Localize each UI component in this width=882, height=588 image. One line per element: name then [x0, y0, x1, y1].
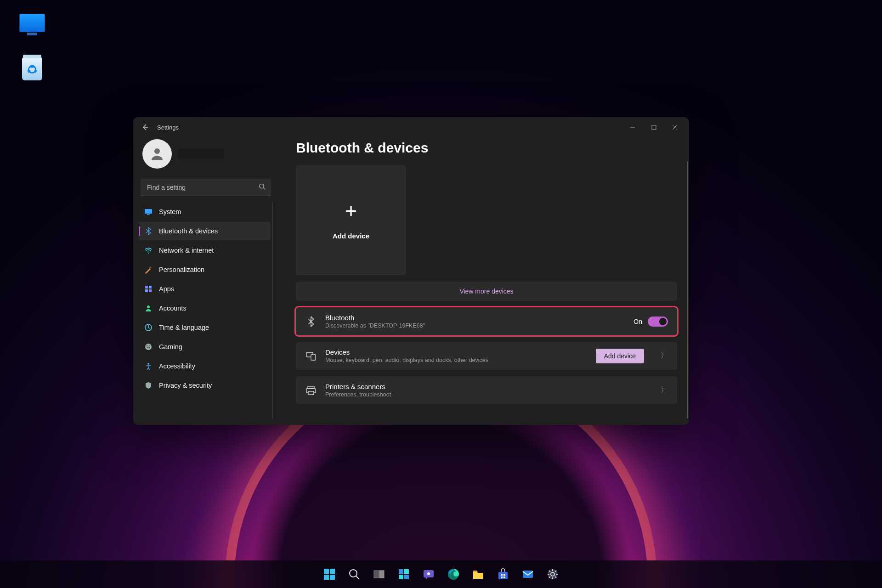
svg-rect-29	[404, 569, 409, 574]
add-device-label: Add device	[333, 232, 369, 240]
widgets-icon	[397, 568, 410, 581]
svg-rect-8	[145, 286, 148, 288]
nav-label: Time & language	[159, 324, 209, 331]
store-icon	[497, 568, 509, 581]
printers-subtitle: Preferences, troubleshoot	[325, 391, 391, 398]
svg-rect-9	[149, 286, 152, 288]
svg-point-15	[147, 363, 149, 365]
chevron-right-icon: 〉	[661, 351, 668, 361]
taskbar	[0, 560, 882, 588]
printers-row[interactable]: Printers & scanners Preferences, trouble…	[296, 376, 677, 404]
maximize-button[interactable]	[643, 119, 664, 136]
svg-rect-37	[503, 574, 505, 576]
devices-row[interactable]: Devices Mouse, keyboard, pen, audio, dis…	[296, 342, 677, 370]
page-heading: Bluetooth & devices	[296, 140, 677, 156]
bluetooth-subtitle: Discoverable as "DESKTOP-19FKE68"	[325, 322, 425, 329]
svg-rect-39	[503, 577, 505, 578]
nav-label: Network & internet	[159, 247, 214, 254]
clock-globe-icon	[144, 323, 153, 332]
folder-icon	[472, 568, 485, 581]
taskbar-widgets[interactable]	[393, 563, 415, 585]
svg-rect-40	[523, 571, 533, 578]
svg-rect-18	[308, 386, 314, 389]
scrollbar[interactable]	[687, 161, 688, 418]
display-icon	[144, 208, 153, 216]
svg-rect-31	[404, 575, 409, 579]
add-device-tile[interactable]: + Add device	[296, 165, 406, 275]
nav-label: System	[159, 208, 181, 215]
nav-accessibility[interactable]: Accessibility	[139, 357, 271, 375]
taskbar-task-view[interactable]	[368, 563, 390, 585]
nav-system[interactable]: System	[139, 203, 271, 221]
taskbar-file-explorer[interactable]	[467, 563, 489, 585]
settings-window: Settings	[133, 117, 689, 425]
search-input[interactable]	[141, 179, 271, 196]
taskbar-store[interactable]	[492, 563, 514, 585]
avatar	[142, 139, 172, 169]
nav-personalization[interactable]: Personalization	[139, 260, 271, 279]
devices-subtitle: Mouse, keyboard, pen, audio, displays an…	[325, 357, 488, 363]
nav-privacy-security[interactable]: Privacy & security	[139, 376, 271, 395]
taskbar-chat[interactable]	[418, 563, 440, 585]
desktop-icon-this-pc[interactable]	[16, 14, 48, 32]
back-button[interactable]	[137, 119, 153, 136]
nav-bluetooth-devices[interactable]: Bluetooth & devices	[139, 222, 271, 240]
svg-rect-36	[501, 574, 503, 576]
taskbar-mail[interactable]	[517, 563, 539, 585]
bluetooth-row[interactable]: Bluetooth Discoverable as "DESKTOP-19FKE…	[296, 307, 677, 335]
search-icon	[348, 568, 361, 581]
add-device-button[interactable]: Add device	[596, 349, 644, 363]
bluetooth-toggle[interactable]	[648, 317, 668, 327]
close-button[interactable]	[664, 119, 685, 136]
view-more-devices-button[interactable]: View more devices	[296, 282, 677, 301]
taskbar-search[interactable]	[343, 563, 365, 585]
nav-time-language[interactable]: Time & language	[139, 318, 271, 337]
window-title: Settings	[157, 124, 179, 131]
wifi-icon	[144, 246, 153, 254]
taskbar-edge[interactable]	[442, 563, 464, 585]
bluetooth-icon	[144, 227, 153, 235]
svg-rect-17	[311, 355, 316, 360]
bluetooth-title: Bluetooth	[325, 314, 425, 322]
main-content: Bluetooth & devices + Add device View mo…	[278, 137, 689, 425]
svg-rect-7	[149, 266, 152, 269]
nav-label: Privacy & security	[159, 382, 212, 389]
svg-rect-26	[374, 571, 379, 578]
plus-icon: +	[345, 201, 357, 221]
svg-point-12	[147, 305, 150, 308]
nav-apps[interactable]: Apps	[139, 280, 271, 298]
mail-icon	[521, 568, 534, 581]
sidebar: System Bluetooth & devices Network & int…	[133, 137, 278, 425]
close-icon	[672, 124, 678, 130]
xbox-icon	[144, 343, 153, 351]
svg-rect-38	[501, 577, 503, 578]
edge-icon	[447, 568, 460, 581]
desktop-icon-recycle-bin[interactable]	[16, 57, 48, 80]
nav-label: Gaming	[159, 343, 182, 351]
nav-label: Personalization	[159, 266, 204, 273]
accessibility-icon	[144, 362, 153, 370]
nav-accounts[interactable]: Accounts	[139, 299, 271, 317]
nav-label: Accessibility	[159, 362, 195, 370]
start-button[interactable]	[318, 563, 340, 585]
task-view-icon	[373, 568, 385, 581]
printer-icon	[305, 385, 317, 396]
svg-rect-27	[379, 571, 384, 578]
svg-rect-11	[149, 289, 152, 292]
profile-section[interactable]	[139, 137, 273, 177]
nav-network[interactable]: Network & internet	[139, 241, 271, 260]
titlebar: Settings	[133, 117, 689, 137]
svg-rect-20	[308, 391, 314, 395]
minimize-button[interactable]	[622, 119, 643, 136]
nav-gaming[interactable]: Gaming	[139, 338, 271, 356]
desktop-wallpaper: Settings	[0, 0, 882, 588]
view-more-label: View more devices	[459, 288, 513, 295]
bluetooth-icon	[305, 316, 317, 327]
recycle-bin-icon	[22, 57, 42, 80]
devices-icon	[305, 351, 317, 361]
taskbar-settings[interactable]	[542, 563, 564, 585]
person-icon	[144, 304, 153, 312]
svg-rect-24	[330, 575, 335, 580]
printers-title: Printers & scanners	[325, 383, 391, 390]
svg-rect-23	[324, 575, 329, 580]
